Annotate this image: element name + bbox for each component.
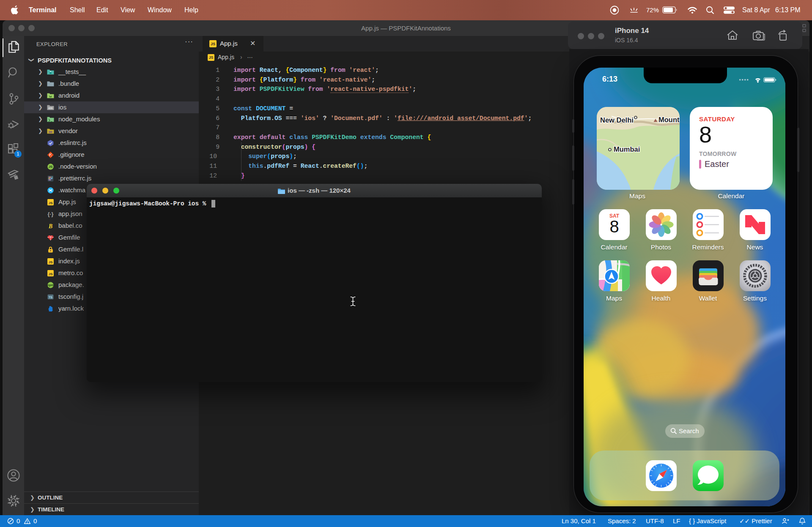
- svg-text:JS: JS: [49, 165, 53, 169]
- svg-text:iOS: iOS: [48, 107, 52, 109]
- svg-text:JS: JS: [49, 260, 53, 264]
- svg-text:New Delhi: New Delhi: [600, 116, 634, 124]
- svg-text:TS: TS: [49, 296, 52, 299]
- svg-text:JS: JS: [49, 201, 53, 205]
- svg-text:B: B: [48, 223, 52, 229]
- svg-text:npm: npm: [47, 283, 54, 287]
- svg-text:Mount E: Mount E: [658, 116, 680, 123]
- svg-text:Mumbai: Mumbai: [614, 145, 640, 153]
- svg-text:{·}: {·}: [47, 211, 53, 217]
- svg-text:JS: JS: [49, 272, 53, 276]
